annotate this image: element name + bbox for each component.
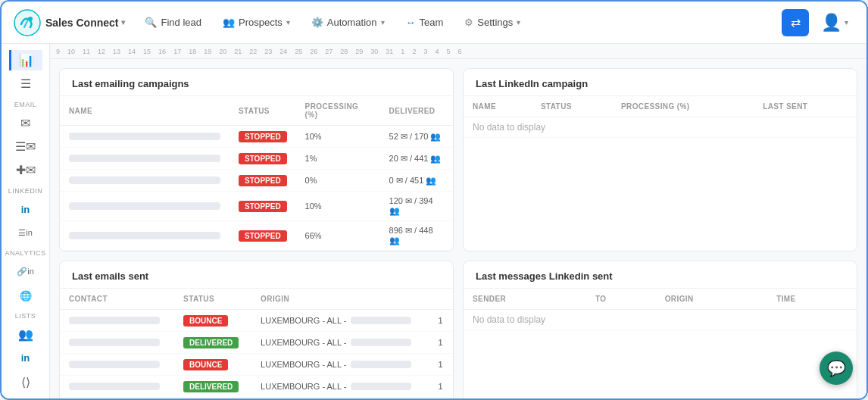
origin-text: LUXEMBOURG - ALL - xyxy=(261,316,346,325)
nav-settings[interactable]: ⚙ Settings ▾ xyxy=(457,12,528,33)
share-icon: ⟨⟩ xyxy=(21,375,30,389)
timeline-bar: 9101112131415161718192021222324252627282… xyxy=(50,44,866,59)
col-delivered: DELIVERED xyxy=(380,96,453,126)
status-badge: STOPPED xyxy=(239,230,287,242)
ls-col-origin: ORIGIN xyxy=(656,289,767,310)
sidebar-item-lists-users[interactable]: 👥 xyxy=(9,324,42,345)
status-badge: STOPPED xyxy=(239,131,287,142)
status-badge: STOPPED xyxy=(239,175,287,186)
emails-sent-title: Last emails sent xyxy=(60,261,453,289)
status-badge: DELIVERED xyxy=(183,381,239,392)
prospects-icon: 👥 xyxy=(223,17,235,28)
sidebar-item-email[interactable]: ✉ xyxy=(9,113,42,133)
email-sent-row: BOUNCE LUXEMBOURG - ALL - 1 xyxy=(60,354,453,376)
email-sent-row: DELIVERED LUXEMBOURG - ALL - 1 xyxy=(60,332,453,354)
emails-sent-panel: Last emails sent CONTACT STATUS ORIGIN xyxy=(59,261,454,398)
linkedin-sent-panel: Last messages Linkedin sent SENDER TO OR… xyxy=(463,261,857,398)
delivered-cell: 896 ✉ / 448 👥 xyxy=(380,221,453,251)
sidebar-item-linkedin[interactable]: in xyxy=(9,199,42,220)
contact-placeholder xyxy=(69,383,160,390)
user-avatar-icon: 👤 xyxy=(821,13,841,33)
nav-prospects[interactable]: 👥 Prospects ▾ xyxy=(215,12,298,33)
lists-section-label: LISTS xyxy=(15,312,36,320)
nav-find-lead[interactable]: 🔍 Find lead xyxy=(137,12,208,33)
bottom-panels-row: Last emails sent CONTACT STATUS ORIGIN xyxy=(59,261,857,398)
status-badge: BOUNCE xyxy=(183,359,228,370)
es-col-origin: ORIGIN xyxy=(251,289,429,310)
switch-icon: ⇄ xyxy=(791,15,801,30)
sidebar-item-analytics-2[interactable]: 🌐 xyxy=(9,286,42,306)
email-campaigns-panel: Last emailing campaigns NAME STATUS PROC… xyxy=(59,68,454,252)
prospects-chevron: ▾ xyxy=(286,18,290,27)
sidebar-item-linkedin-list[interactable]: ☰in xyxy=(9,223,42,243)
li-col-status: STATUS xyxy=(532,96,612,117)
linkedin-list2-icon: in xyxy=(21,352,30,364)
email-campaign-row: STOPPED 66% 896 ✉ / 448 👥 xyxy=(60,221,453,251)
content-area: 9101112131415161718192021222324252627282… xyxy=(50,44,866,398)
delivered-cell: 0 ✉ / 451 👥 xyxy=(380,170,453,192)
top-navigation: Sales Connect ▾ 🔍 Find lead 👥 Prospects … xyxy=(2,2,866,44)
linkedin-campaign-table: NAME STATUS PROCESSING (%) LAST SENT No … xyxy=(464,96,857,138)
app-title: Sales Connect ▾ xyxy=(45,17,125,29)
app-title-chevron[interactable]: ▾ xyxy=(121,18,125,27)
dashboard-icon: 📊 xyxy=(19,53,34,67)
count-cell: 1 xyxy=(429,332,453,354)
linkedin-section-label: LINKEDIN xyxy=(8,187,43,195)
logo-icon xyxy=(14,9,41,36)
email-sent-row: BOUNCE LUXEMBOURG - ALL - 1 xyxy=(60,398,453,399)
col-name: NAME xyxy=(60,96,229,126)
li-col-name: NAME xyxy=(464,96,532,117)
sidebar: 📊 ☰ EMAIL ✉ ☰✉ ✚✉ LINKEDIN in ☰in ANALYT… xyxy=(2,44,50,398)
email-sent-row: BOUNCE LUXEMBOURG - ALL - 1 xyxy=(60,310,453,332)
analytics-link-icon: 🔗in xyxy=(17,267,34,277)
email-campaign-row: STOPPED 1% 20 ✉ / 441 👥 xyxy=(60,148,453,170)
email-campaigns-title: Last emailing campaigns xyxy=(60,69,453,96)
status-badge: BOUNCE xyxy=(183,315,228,327)
origin-bar xyxy=(351,339,411,346)
dashboard-content: Last emailing campaigns NAME STATUS PROC… xyxy=(50,59,866,398)
origin-bar xyxy=(351,383,411,390)
sidebar-item-email-add[interactable]: ✚✉ xyxy=(9,160,42,180)
status-badge: STOPPED xyxy=(239,201,287,212)
ls-col-to: TO xyxy=(586,289,656,310)
logo-area[interactable]: Sales Connect ▾ xyxy=(14,9,125,36)
es-col-contact: CONTACT xyxy=(60,289,174,310)
campaign-name-placeholder xyxy=(69,177,220,184)
processing-cell: 1% xyxy=(296,148,380,170)
switch-view-button[interactable]: ⇄ xyxy=(782,9,809,36)
col-processing: PROCESSING (%) xyxy=(296,96,380,126)
chat-fab-button[interactable]: 💬 xyxy=(820,352,853,385)
processing-cell: 10% xyxy=(296,126,380,148)
status-badge: DELIVERED xyxy=(183,337,239,348)
li-col-last-sent: LAST SENT xyxy=(754,96,857,117)
linkedin-campaign-title: Last LinkedIn campaign xyxy=(464,69,857,96)
email-section-label: EMAIL xyxy=(14,101,37,108)
contact-placeholder xyxy=(69,317,160,324)
status-badge: STOPPED xyxy=(239,153,287,164)
origin-bar xyxy=(351,317,411,324)
sidebar-item-dashboard[interactable]: 📊 xyxy=(9,50,42,70)
sidebar-item-analytics-1[interactable]: 🔗in xyxy=(9,261,42,282)
team-icon: ↔ xyxy=(406,17,416,28)
top-panels-row: Last emailing campaigns NAME STATUS PROC… xyxy=(59,68,857,252)
processing-cell: 0% xyxy=(296,170,380,192)
email-icon: ✉ xyxy=(20,116,30,130)
nav-automation[interactable]: ⚙️ Automation ▾ xyxy=(304,12,392,33)
automation-chevron: ▾ xyxy=(381,18,385,27)
emails-sent-table: CONTACT STATUS ORIGIN BOUNCE LUXEMBOURG … xyxy=(60,289,453,398)
user-menu[interactable]: 👤 ▾ xyxy=(815,10,854,36)
campaign-name-placeholder xyxy=(69,202,220,210)
sidebar-item-lists-linkedin[interactable]: in xyxy=(9,348,42,368)
email-sent-row: DELIVERED LUXEMBOURG - ALL - 1 xyxy=(60,376,453,398)
origin-text: LUXEMBOURG - ALL - xyxy=(261,382,346,391)
nav-team[interactable]: ↔ Team xyxy=(398,12,451,33)
delivered-cell: 120 ✉ / 394 👥 xyxy=(380,192,453,221)
sidebar-item-email-list[interactable]: ☰✉ xyxy=(9,136,42,157)
sidebar-item-share[interactable]: ⟨⟩ xyxy=(9,372,42,392)
sidebar-item-menu[interactable]: ☰ xyxy=(9,73,42,94)
email-list-icon: ☰✉ xyxy=(15,139,36,154)
email-campaign-row: STOPPED 0% 0 ✉ / 451 👥 xyxy=(60,170,453,192)
users-icon: 👥 xyxy=(18,327,33,342)
linkedin-sent-table: SENDER TO ORIGIN TIME No data to display xyxy=(464,289,857,330)
li-col-processing: PROCESSING (%) xyxy=(612,96,754,117)
